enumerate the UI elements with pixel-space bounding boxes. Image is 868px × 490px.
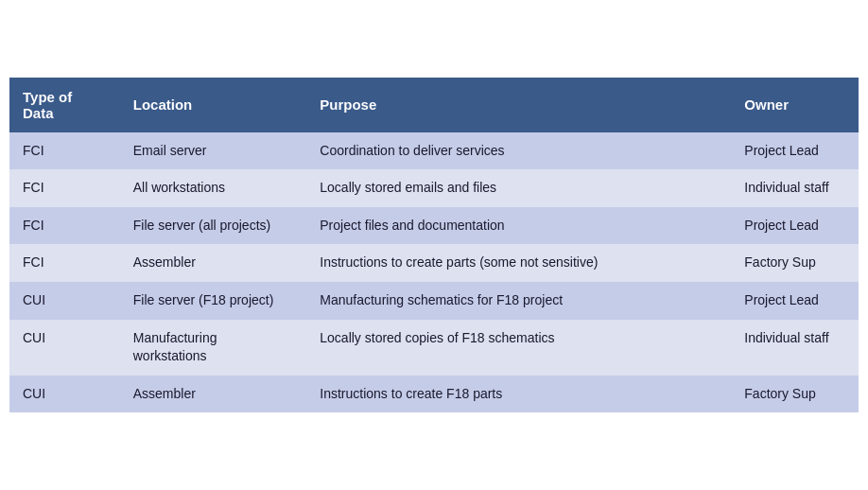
table-row: CUIFile server (F18 project)Manufacturin… [9,282,859,320]
cell-purpose: Coordination to deliver services [306,132,731,170]
cell-type: CUI [9,320,120,376]
cell-location: Assembler [120,244,307,282]
header-purpose: Purpose [306,78,731,132]
table-row: FCIFile server (all projects)Project fil… [9,207,859,245]
cell-owner: Factory Sup [731,244,859,282]
cell-purpose: Instructions to create parts (some not s… [306,244,731,282]
table-header: Type of Data Location Purpose Owner [9,78,859,132]
header-owner: Owner [731,78,859,132]
cell-purpose: Instructions to create F18 parts [306,376,731,413]
cell-owner: Individual staff [731,320,859,376]
cell-location: Email server [120,132,307,170]
table-row: FCIEmail serverCoordination to deliver s… [9,132,859,170]
cell-type: CUI [9,376,120,413]
cell-type: CUI [9,282,120,320]
cell-purpose: Locally stored emails and files [306,169,731,207]
cell-owner: Project Lead [731,207,859,245]
cell-location: Manufacturing workstations [120,320,307,376]
table-row: CUIAssemblerInstructions to create F18 p… [9,376,859,413]
table-wrapper: Type of Data Location Purpose Owner FCIE… [0,68,868,423]
cell-purpose: Project files and documentation [306,207,731,245]
cell-type: FCI [9,132,120,170]
cell-type: FCI [9,244,120,282]
table-row: FCIAll workstationsLocally stored emails… [9,169,859,207]
cell-owner: Individual staff [731,169,859,207]
cell-location: Assembler [120,376,307,413]
table-row: FCIAssemblerInstructions to create parts… [9,244,859,282]
cell-location: File server (all projects) [120,207,307,245]
cell-purpose: Manufacturing schematics for F18 project [306,282,731,320]
cell-type: FCI [9,207,120,245]
cell-type: FCI [9,169,120,207]
header-location: Location [120,78,307,132]
cell-owner: Project Lead [731,282,859,320]
cell-location: File server (F18 project) [120,282,307,320]
header-type: Type of Data [9,78,120,132]
table-row: CUIManufacturing workstationsLocally sto… [9,320,859,376]
cell-location: All workstations [120,169,307,207]
table-body: FCIEmail serverCoordination to deliver s… [9,132,859,413]
cell-owner: Factory Sup [731,376,859,413]
cell-purpose: Locally stored copies of F18 schematics [306,320,731,376]
cell-owner: Project Lead [731,132,859,170]
data-table: Type of Data Location Purpose Owner FCIE… [9,78,859,413]
header-row: Type of Data Location Purpose Owner [9,78,859,132]
